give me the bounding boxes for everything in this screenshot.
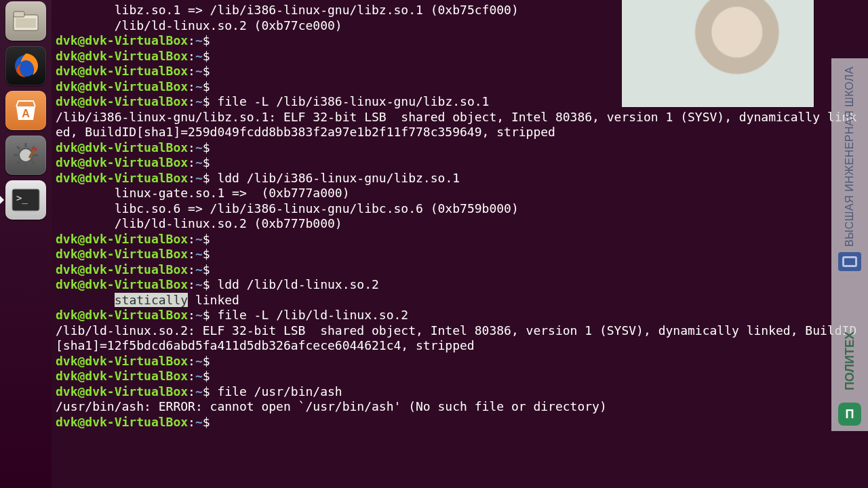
terminal-window[interactable]: libz.so.1 => /lib/i386-linux-gnu/libz.so… (52, 0, 868, 488)
watermark-text-top: ВЫСШАЯ ИНЖЕНЕРНАЯ ШКОЛА (842, 66, 858, 247)
launcher-software-icon[interactable]: A (5, 91, 46, 130)
terminal-line: libc.so.6 => /lib/i386-linux-gnu/libc.so… (56, 201, 864, 217)
terminal-line: dvk@dvk-VirtualBox:~$ ldd /lib/i386-linu… (56, 171, 864, 186)
terminal-line: /usr/bin/ash: ERROR: cannot open `/usr/b… (56, 399, 864, 415)
svg-rect-2 (16, 18, 36, 28)
terminal-line: dvk@dvk-VirtualBox:~$ (56, 155, 864, 171)
terminal-line: linux-gate.so.1 => (0xb777a000) (56, 186, 864, 201)
terminal-line: ВЫСШАЯ ИНЖЕНЕРНАЯ ШКОЛА ПОЛИТЕХ П (831, 58, 868, 431)
svg-line-13 (17, 161, 20, 164)
watermark-text-bottom: ПОЛИТЕХ (842, 331, 858, 390)
launcher-files-icon[interactable] (5, 1, 46, 41)
terminal-line: /lib/ld-linux.so.2 (0xb777b000) (56, 216, 864, 232)
terminal-line: dvk@dvk-VirtualBox:~$ (56, 415, 864, 430)
terminal-line: dvk@dvk-VirtualBox:~$ file -L /lib/ld-li… (56, 308, 864, 323)
unity-launcher: A >_ (0, 0, 52, 488)
svg-rect-1 (14, 12, 24, 17)
svg-line-10 (17, 146, 20, 149)
watermark-logo-icon (838, 252, 861, 271)
svg-line-11 (32, 161, 35, 164)
launcher-terminal-icon[interactable]: >_ (5, 180, 46, 220)
terminal-line: dvk@dvk-VirtualBox:~$ (56, 140, 864, 156)
terminal-line (622, 0, 814, 107)
launcher-settings-icon[interactable] (5, 136, 46, 175)
terminal-line: /lib/ld-linux.so.2: ELF 32-bit LSB share… (56, 323, 864, 354)
terminal-line: dvk@dvk-VirtualBox:~$ (56, 232, 864, 247)
svg-text:>_: >_ (16, 192, 28, 204)
svg-text:A: A (22, 108, 30, 119)
terminal-line: dvk@dvk-VirtualBox:~$ ldd /lib/ld-linux.… (56, 277, 864, 293)
terminal-line: dvk@dvk-VirtualBox:~$ (56, 354, 864, 369)
terminal-line: dvk@dvk-VirtualBox:~$ (56, 247, 864, 262)
terminal-line: statically linked (56, 293, 864, 308)
watermark-polytech-icon: П (838, 403, 861, 426)
terminal-line: dvk@dvk-VirtualBox:~$ (56, 262, 864, 278)
terminal-line: dvk@dvk-VirtualBox:~$ file /usr/bin/ash (56, 384, 864, 400)
terminal-line: dvk@dvk-VirtualBox:~$ (56, 369, 864, 384)
terminal-line: /lib/i386-linux-gnu/libz.so.1: ELF 32-bi… (56, 110, 864, 140)
launcher-firefox-icon[interactable] (5, 46, 46, 85)
